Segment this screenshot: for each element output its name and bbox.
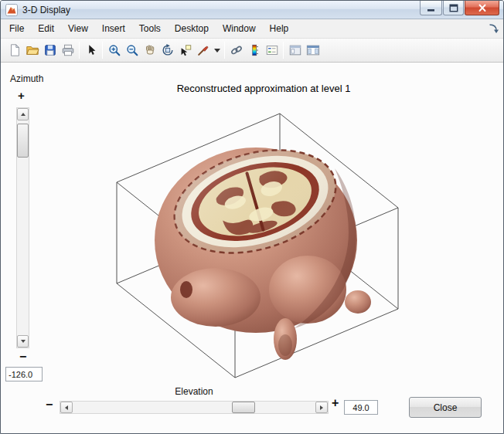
menu-desktop[interactable]: Desktop bbox=[168, 20, 216, 37]
zoom-in-button[interactable] bbox=[105, 41, 123, 59]
minimize-button[interactable] bbox=[420, 1, 442, 15]
close-button[interactable]: Close bbox=[409, 397, 482, 418]
window-title: 3-D Display bbox=[22, 5, 70, 15]
titlebar[interactable]: 3-D Display bbox=[1, 1, 503, 19]
select-arrow-icon bbox=[84, 43, 98, 57]
ear-cavity bbox=[180, 281, 192, 298]
zoom-out-icon bbox=[125, 43, 139, 57]
menubar: File Edit View Insert Tools Desktop Wind… bbox=[1, 19, 503, 39]
data-cursor-icon bbox=[179, 43, 192, 57]
menu-view[interactable]: View bbox=[61, 20, 95, 37]
elevation-slider-right-button[interactable] bbox=[315, 402, 328, 413]
legend-icon bbox=[265, 43, 279, 57]
zoom-in-icon bbox=[107, 43, 121, 57]
azimuth-decrease-button[interactable]: − bbox=[19, 350, 26, 364]
toolbar-separator bbox=[283, 42, 284, 59]
colorbar-icon bbox=[247, 43, 261, 57]
rotate-3d-button[interactable] bbox=[158, 41, 176, 59]
open-file-button[interactable] bbox=[23, 41, 41, 59]
select-arrow-button[interactable] bbox=[82, 41, 100, 59]
close-window-button[interactable] bbox=[465, 1, 499, 15]
hide-plot-tools-button[interactable] bbox=[286, 41, 304, 59]
show-plot-tools-icon bbox=[306, 43, 320, 57]
elevation-slider[interactable] bbox=[60, 401, 329, 414]
brush-icon bbox=[196, 43, 210, 57]
arrow-down-icon bbox=[21, 340, 26, 343]
azimuth-increase-button[interactable]: + bbox=[18, 89, 25, 102]
print-icon bbox=[61, 43, 75, 57]
maximize-button[interactable] bbox=[443, 1, 464, 15]
open-file-icon bbox=[26, 43, 39, 57]
link-plot-icon bbox=[230, 43, 243, 57]
maximize-icon bbox=[449, 4, 458, 12]
dock-figure-icon[interactable] bbox=[488, 23, 499, 34]
elevation-decrease-button[interactable]: − bbox=[46, 398, 53, 412]
zoom-out-button[interactable] bbox=[123, 41, 141, 59]
arrow-up-icon bbox=[21, 113, 26, 116]
elevation-increase-button[interactable]: + bbox=[332, 396, 339, 410]
azimuth-value-input[interactable] bbox=[5, 367, 43, 381]
azimuth-slider-thumb[interactable] bbox=[17, 124, 29, 158]
menu-edit[interactable]: Edit bbox=[31, 20, 61, 37]
menu-help[interactable]: Help bbox=[263, 20, 296, 37]
pan-button[interactable] bbox=[141, 41, 158, 59]
azimuth-slider[interactable] bbox=[16, 107, 29, 348]
show-plot-tools-button[interactable] bbox=[304, 41, 322, 59]
window-controls bbox=[419, 1, 499, 15]
minimize-icon bbox=[427, 5, 435, 12]
figure-window: 3-D Display File Edit View bbox=[0, 0, 504, 434]
figure-canvas: Reconstructed approximation at level 1 bbox=[1, 63, 503, 433]
figure-toolbar bbox=[1, 39, 503, 63]
brush-data-button[interactable] bbox=[194, 41, 212, 59]
save-icon bbox=[43, 43, 57, 57]
elevation-value-input[interactable] bbox=[344, 400, 378, 415]
elevation-slider-thumb[interactable] bbox=[232, 402, 255, 413]
brush-dropdown-button[interactable] bbox=[212, 41, 222, 59]
azimuth-slider-up-button[interactable] bbox=[17, 108, 29, 120]
rotate-3d-icon bbox=[161, 43, 175, 57]
print-figure-button[interactable] bbox=[59, 41, 77, 59]
link-plot-button[interactable] bbox=[227, 41, 245, 59]
save-figure-button[interactable] bbox=[41, 41, 59, 59]
pan-hand-icon bbox=[143, 43, 157, 57]
matlab-figure-icon bbox=[5, 4, 18, 16]
menu-file[interactable]: File bbox=[2, 20, 31, 37]
close-icon bbox=[478, 4, 487, 12]
insert-legend-button[interactable] bbox=[263, 41, 281, 59]
axes-3d-plot[interactable] bbox=[103, 95, 427, 396]
menu-tools[interactable]: Tools bbox=[132, 20, 168, 37]
elevation-label: Elevation bbox=[60, 386, 329, 397]
data-cursor-button[interactable] bbox=[176, 41, 194, 59]
plot-title: Reconstructed approximation at level 1 bbox=[101, 83, 426, 94]
azimuth-label: Azimuth bbox=[10, 73, 43, 84]
toolbar-separator bbox=[79, 42, 80, 59]
hide-plot-tools-icon bbox=[288, 43, 302, 57]
toolbar-separator bbox=[224, 42, 225, 59]
chevron-down-icon bbox=[214, 49, 220, 53]
menu-insert[interactable]: Insert bbox=[95, 20, 132, 37]
arrow-right-icon bbox=[320, 405, 323, 410]
insert-colorbar-button[interactable] bbox=[245, 41, 263, 59]
arrow-left-icon bbox=[65, 405, 68, 410]
elevation-slider-left-button[interactable] bbox=[60, 402, 73, 413]
new-figure-icon bbox=[8, 43, 22, 57]
toolbar-separator bbox=[102, 42, 103, 59]
menu-window[interactable]: Window bbox=[216, 20, 263, 37]
new-figure-button[interactable] bbox=[5, 41, 23, 59]
azimuth-slider-down-button[interactable] bbox=[17, 335, 29, 348]
